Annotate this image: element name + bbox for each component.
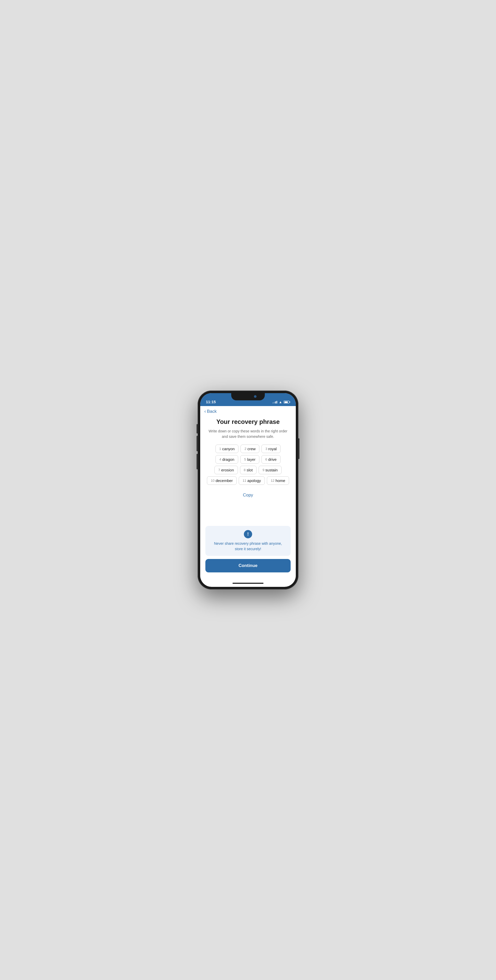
word-chip: 6drive	[261, 455, 281, 464]
warning-exclamation-icon: !	[247, 532, 249, 536]
spacer	[205, 503, 291, 526]
word-text: erosion	[221, 468, 234, 472]
signal-icon	[273, 401, 277, 404]
word-chip: 3royal	[261, 445, 281, 453]
word-text: apology	[248, 478, 261, 483]
word-number: 2	[244, 447, 246, 451]
battery-icon	[284, 401, 290, 404]
home-bar	[232, 583, 264, 584]
continue-button[interactable]: Continue	[205, 559, 291, 573]
word-text: layer	[247, 457, 256, 461]
word-chip: 1canyon	[215, 445, 239, 453]
warning-text: Never share recovery phrase with anyone,…	[210, 541, 286, 552]
phone-screen: 11:15 ▲	[200, 393, 296, 587]
word-number: 7	[218, 468, 220, 472]
word-number: 8	[244, 468, 246, 472]
word-number: 5	[244, 457, 246, 461]
word-number: 4	[219, 457, 221, 461]
word-chip: 8slot	[240, 466, 257, 474]
nav-bar: ‹ Back	[200, 406, 296, 415]
notch	[231, 393, 265, 400]
page-subtitle: Write down or copy these words in the ri…	[205, 428, 291, 439]
home-indicator	[200, 580, 296, 587]
word-chip: 10december	[207, 476, 237, 485]
word-text: dragon	[223, 457, 235, 461]
word-text: crew	[248, 447, 256, 451]
word-text: royal	[269, 447, 277, 451]
word-chip: 7erosion	[215, 466, 238, 474]
page-title: Your recovery phrase	[205, 418, 291, 425]
main-area: Your recovery phrase Write down or copy …	[200, 415, 296, 580]
volume-down-button	[197, 454, 198, 469]
warning-icon-circle: !	[244, 530, 252, 538]
word-text: sustain	[265, 468, 278, 472]
word-chip: 4dragon	[215, 455, 238, 464]
warning-box: ! Never share recovery phrase with anyon…	[205, 526, 291, 556]
phone-frame: 11:15 ▲	[198, 391, 298, 589]
word-chip: 11apology	[239, 476, 265, 485]
word-number: 9	[262, 468, 264, 472]
word-number: 11	[243, 479, 246, 482]
word-chip: 5layer	[240, 455, 259, 464]
back-button[interactable]: ‹ Back	[204, 409, 217, 414]
back-chevron-icon: ‹	[204, 409, 206, 414]
word-text: canyon	[222, 447, 235, 451]
word-number: 12	[271, 479, 274, 482]
word-chip: 9sustain	[259, 466, 281, 474]
word-text: home	[276, 478, 285, 483]
word-number: 3	[265, 447, 267, 451]
status-icons: ▲	[273, 400, 290, 404]
word-text: slot	[247, 468, 253, 472]
volume-up-button	[197, 436, 198, 451]
word-number: 6	[265, 457, 267, 461]
wifi-icon: ▲	[279, 400, 282, 404]
words-grid: 1canyon2crew3royal4dragon5layer6drive7er…	[205, 445, 291, 485]
power-button	[298, 438, 299, 459]
screen-content: ‹ Back Your recovery phrase Write down o…	[200, 406, 296, 580]
word-text: december	[215, 478, 233, 483]
back-label: Back	[207, 409, 217, 414]
word-chip: 12home	[267, 476, 289, 485]
word-text: drive	[268, 457, 277, 461]
word-number: 10	[211, 479, 215, 482]
word-chip: 2crew	[240, 445, 259, 453]
front-camera	[254, 395, 256, 398]
copy-button[interactable]: Copy	[205, 490, 291, 500]
word-number: 1	[219, 447, 221, 451]
status-time: 11:15	[206, 399, 216, 404]
